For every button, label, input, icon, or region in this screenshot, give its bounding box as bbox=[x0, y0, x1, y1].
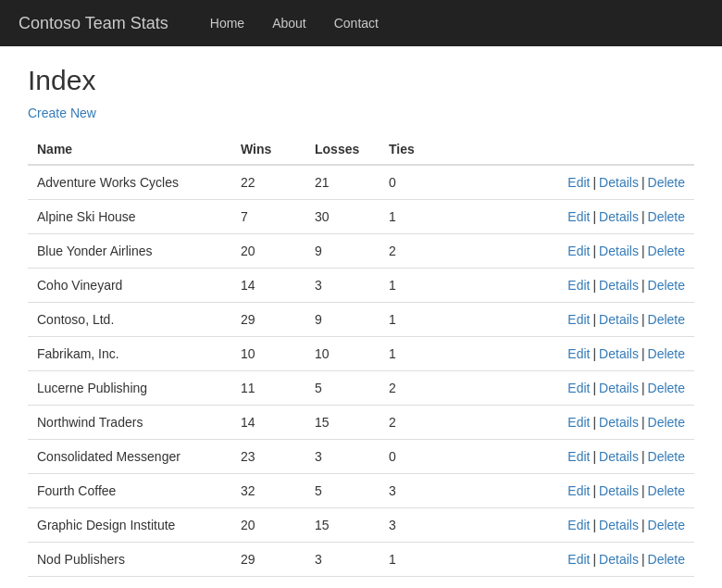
delete-link[interactable]: Delete bbox=[648, 449, 685, 464]
separator: | bbox=[641, 244, 645, 258]
delete-link[interactable]: Delete bbox=[648, 175, 685, 190]
cell-ties: 2 bbox=[380, 406, 454, 440]
table-row: Contoso, Ltd.2991Edit|Details|Delete bbox=[28, 303, 694, 337]
edit-link[interactable]: Edit bbox=[567, 518, 590, 532]
col-header-ties: Ties bbox=[380, 134, 454, 165]
delete-link[interactable]: Delete bbox=[648, 552, 685, 567]
details-link[interactable]: Details bbox=[599, 175, 639, 190]
delete-link[interactable]: Delete bbox=[648, 312, 685, 327]
cell-ties: 2 bbox=[380, 234, 454, 269]
cell-losses: 9 bbox=[305, 234, 380, 269]
nav-link-about[interactable]: About bbox=[258, 2, 320, 44]
details-link[interactable]: Details bbox=[599, 518, 639, 532]
nav-item-about: About bbox=[258, 2, 320, 44]
details-link[interactable]: Details bbox=[599, 381, 639, 395]
nav-link-home[interactable]: Home bbox=[196, 2, 258, 44]
table-row: Coho Vineyard1431Edit|Details|Delete bbox=[28, 269, 694, 303]
page-title: Index bbox=[28, 65, 694, 96]
table-row: Blue Yonder Airlines2092Edit|Details|Del… bbox=[28, 234, 694, 269]
delete-link[interactable]: Delete bbox=[648, 346, 685, 361]
navbar-nav: Home About Contact bbox=[196, 2, 392, 44]
separator: | bbox=[641, 518, 645, 532]
create-new-link[interactable]: Create New bbox=[28, 106, 96, 120]
delete-link[interactable]: Delete bbox=[648, 483, 685, 498]
edit-link[interactable]: Edit bbox=[567, 278, 590, 293]
cell-ties: 3 bbox=[380, 474, 454, 508]
table-row: Fourth Coffee3253Edit|Details|Delete bbox=[28, 474, 694, 508]
cell-ties: 1 bbox=[380, 337, 454, 371]
details-link[interactable]: Details bbox=[599, 278, 639, 293]
details-link[interactable]: Details bbox=[599, 244, 639, 258]
nav-link-contact[interactable]: Contact bbox=[320, 2, 392, 44]
details-link[interactable]: Details bbox=[599, 346, 639, 361]
edit-link[interactable]: Edit bbox=[567, 175, 590, 190]
separator: | bbox=[592, 346, 596, 361]
separator: | bbox=[641, 209, 645, 224]
cell-ties: 1 bbox=[380, 200, 454, 234]
cell-losses: 30 bbox=[305, 200, 380, 234]
navbar: Contoso Team Stats Home About Contact bbox=[0, 0, 722, 46]
main-container: Index Create New Name Wins Losses Ties A… bbox=[0, 46, 722, 588]
delete-link[interactable]: Delete bbox=[648, 278, 685, 293]
cell-actions: Edit|Details|Delete bbox=[454, 406, 694, 440]
separator: | bbox=[641, 483, 645, 498]
cell-losses: 15 bbox=[305, 508, 380, 543]
table-row: Nod Publishers2931Edit|Details|Delete bbox=[28, 543, 694, 577]
separator: | bbox=[641, 415, 645, 430]
separator: | bbox=[592, 518, 596, 532]
table-row: Northwind Traders14152Edit|Details|Delet… bbox=[28, 406, 694, 440]
navbar-brand[interactable]: Contoso Team Stats bbox=[19, 14, 168, 33]
separator: | bbox=[641, 381, 645, 395]
col-header-name: Name bbox=[28, 134, 231, 165]
separator: | bbox=[641, 312, 645, 327]
separator: | bbox=[592, 449, 596, 464]
edit-link[interactable]: Edit bbox=[567, 209, 590, 224]
cell-name: Adventure Works Cycles bbox=[28, 165, 231, 200]
separator: | bbox=[592, 552, 596, 567]
delete-link[interactable]: Delete bbox=[648, 244, 685, 258]
cell-name: Blue Yonder Airlines bbox=[28, 234, 231, 269]
cell-actions: Edit|Details|Delete bbox=[454, 303, 694, 337]
edit-link[interactable]: Edit bbox=[567, 381, 590, 395]
cell-wins: 10 bbox=[231, 337, 305, 371]
delete-link[interactable]: Delete bbox=[648, 381, 685, 395]
details-link[interactable]: Details bbox=[599, 483, 639, 498]
details-link[interactable]: Details bbox=[599, 415, 639, 430]
details-link[interactable]: Details bbox=[599, 209, 639, 224]
cell-name: Fabrikam, Inc. bbox=[28, 337, 231, 371]
edit-link[interactable]: Edit bbox=[567, 346, 590, 361]
table-row: Fabrikam, Inc.10101Edit|Details|Delete bbox=[28, 337, 694, 371]
cell-actions: Edit|Details|Delete bbox=[454, 474, 694, 508]
edit-link[interactable]: Edit bbox=[567, 415, 590, 430]
details-link[interactable]: Details bbox=[599, 552, 639, 567]
edit-link[interactable]: Edit bbox=[567, 312, 590, 327]
separator: | bbox=[592, 381, 596, 395]
separator: | bbox=[592, 312, 596, 327]
table-row: Consolidated Messenger2330Edit|Details|D… bbox=[28, 440, 694, 474]
delete-link[interactable]: Delete bbox=[648, 518, 685, 532]
edit-link[interactable]: Edit bbox=[567, 552, 590, 567]
cell-ties: 1 bbox=[380, 543, 454, 577]
cell-ties: 0 bbox=[380, 165, 454, 200]
separator: | bbox=[641, 175, 645, 190]
table-row: Adventure Works Cycles22210Edit|Details|… bbox=[28, 165, 694, 200]
separator: | bbox=[592, 175, 596, 190]
delete-link[interactable]: Delete bbox=[648, 209, 685, 224]
cell-wins: 14 bbox=[231, 406, 305, 440]
cell-wins: 20 bbox=[231, 508, 305, 543]
table-row: Lucerne Publishing1152Edit|Details|Delet… bbox=[28, 371, 694, 406]
details-link[interactable]: Details bbox=[599, 449, 639, 464]
nav-item-home: Home bbox=[196, 2, 258, 44]
cell-wins: 22 bbox=[231, 165, 305, 200]
cell-ties: 3 bbox=[380, 508, 454, 543]
delete-link[interactable]: Delete bbox=[648, 415, 685, 430]
cell-ties: 0 bbox=[380, 440, 454, 474]
table-body: Adventure Works Cycles22210Edit|Details|… bbox=[28, 165, 694, 577]
details-link[interactable]: Details bbox=[599, 312, 639, 327]
teams-table: Name Wins Losses Ties Adventure Works Cy… bbox=[28, 134, 694, 577]
edit-link[interactable]: Edit bbox=[567, 244, 590, 258]
edit-link[interactable]: Edit bbox=[567, 449, 590, 464]
edit-link[interactable]: Edit bbox=[567, 483, 590, 498]
separator: | bbox=[641, 449, 645, 464]
separator: | bbox=[592, 483, 596, 498]
